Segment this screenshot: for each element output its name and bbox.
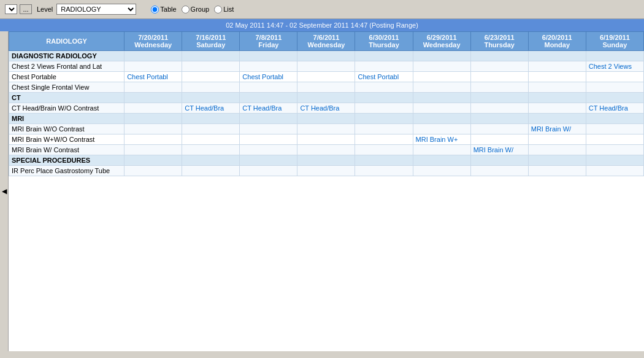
cell-8-7 [528, 134, 586, 145]
cell-10-7 [528, 155, 586, 166]
radiology-table: RADIOLOGY 7/20/2011Wednesday 7/16/2011Sa… [9, 31, 644, 176]
cell-8-3 [297, 134, 355, 145]
table-header-row: RADIOLOGY 7/20/2011Wednesday 7/16/2011Sa… [9, 32, 644, 51]
level-select[interactable]: RADIOLOGY [56, 4, 136, 15]
cell-10-1 [182, 155, 240, 166]
date-range-bar: 02 May 2011 14:47 - 02 September 2011 14… [0, 19, 644, 31]
col-header-1: 7/16/2011Saturday [182, 32, 240, 51]
cell-1-6 [470, 61, 528, 72]
cell-5-7 [528, 103, 586, 114]
radio-list-label: List [223, 6, 234, 13]
radio-table[interactable]: Table [151, 6, 176, 14]
cell-4-5 [413, 93, 470, 103]
cell-3-1 [182, 82, 240, 93]
cell-9-5 [413, 145, 470, 155]
cell-10-0 [125, 155, 182, 166]
table-row: MRI Brain W/ ContrastMRI Brain W/ [9, 145, 644, 155]
cell-11-1 [182, 166, 240, 176]
table-row: MRI Brain W/O ContrastMRI Brain W/ [9, 124, 644, 134]
row-label-6: MRI [9, 114, 125, 124]
col-header-0: 7/20/2011Wednesday [125, 32, 182, 51]
left-nav-arrow[interactable]: ◀ [0, 31, 9, 351]
col-header-3: 7/6/2011Wednesday [297, 32, 355, 51]
cell-7-0 [125, 124, 182, 134]
radio-table-label: Table [160, 6, 176, 13]
cell-8-5[interactable]: MRI Brain W+ [413, 134, 470, 145]
cell-1-3 [297, 61, 355, 72]
cell-3-0 [125, 82, 182, 93]
cell-6-6 [470, 114, 528, 124]
cell-4-4 [355, 93, 413, 103]
cell-5-1[interactable]: CT Head/Bra [182, 103, 240, 114]
cell-1-1 [182, 61, 240, 72]
cell-0-1 [182, 51, 240, 61]
cell-9-6[interactable]: MRI Brain W/ [470, 145, 528, 155]
cell-4-0 [125, 93, 182, 103]
cell-7-4 [355, 124, 413, 134]
cell-5-2[interactable]: CT Head/Bra [240, 103, 297, 114]
cell-7-8 [586, 124, 643, 134]
cell-9-3 [297, 145, 355, 155]
cell-0-6 [470, 51, 528, 61]
cell-1-4 [355, 61, 413, 72]
cell-0-0 [125, 51, 182, 61]
cell-6-7 [528, 114, 586, 124]
cell-10-4 [355, 155, 413, 166]
cell-2-0[interactable]: Chest Portabl [125, 72, 182, 82]
row-label-3: Chest Single Frontal View [9, 82, 125, 93]
radio-group-label: Group [191, 6, 210, 13]
cell-6-4 [355, 114, 413, 124]
table-row: IR Perc Place Gastrostomy Tube [9, 166, 644, 176]
col-header-8: 6/19/2011Sunday [586, 32, 643, 51]
cell-10-6 [470, 155, 528, 166]
cell-9-2 [240, 145, 297, 155]
radio-list[interactable]: List [214, 6, 234, 14]
table-wrapper[interactable]: RADIOLOGY 7/20/2011Wednesday 7/16/2011Sa… [9, 31, 644, 351]
cell-0-5 [413, 51, 470, 61]
cell-6-3 [297, 114, 355, 124]
col-header-2: 7/8/2011Friday [240, 32, 297, 51]
cell-5-6 [470, 103, 528, 114]
cell-8-1 [182, 134, 240, 145]
cell-4-7 [528, 93, 586, 103]
cell-7-1 [182, 124, 240, 134]
row-label-7: MRI Brain W/O Contrast [9, 124, 125, 134]
cell-8-8 [586, 134, 643, 145]
cell-7-2 [240, 124, 297, 134]
cell-11-4 [355, 166, 413, 176]
cell-9-7 [528, 145, 586, 155]
cell-1-0 [125, 61, 182, 72]
cell-1-8[interactable]: Chest 2 Views [586, 61, 643, 72]
cell-1-7 [528, 61, 586, 72]
row-label-10: SPECIAL PROCEDURES [9, 155, 125, 166]
cell-5-8[interactable]: CT Head/Bra [586, 103, 643, 114]
cell-6-1 [182, 114, 240, 124]
cell-5-3[interactable]: CT Head/Bra [297, 103, 355, 114]
dropdown-arrow[interactable]: ▼ [5, 4, 17, 14]
col-header-4: 6/30/2011Thursday [355, 32, 413, 51]
cell-9-4 [355, 145, 413, 155]
row-label-4: CT [9, 93, 125, 103]
cell-7-6 [470, 124, 528, 134]
row-label-2: Chest Portable [9, 72, 125, 82]
table-row: Chest PortableChest PortablChest Portabl… [9, 72, 644, 82]
cell-8-6 [470, 134, 528, 145]
cell-4-6 [470, 93, 528, 103]
cell-11-0 [125, 166, 182, 176]
view-radio-group: Table Group List [151, 6, 234, 14]
col-header-radiology: RADIOLOGY [9, 32, 125, 51]
row-label-8: MRI Brain W+W/O Contrast [9, 134, 125, 145]
cell-0-3 [297, 51, 355, 61]
cell-10-5 [413, 155, 470, 166]
cell-11-8 [586, 166, 643, 176]
cell-2-4[interactable]: Chest Portabl [355, 72, 413, 82]
cell-2-2[interactable]: Chest Portabl [240, 72, 297, 82]
radio-group[interactable]: Group [182, 6, 210, 14]
dots-button[interactable]: ... [20, 4, 32, 14]
cell-6-0 [125, 114, 182, 124]
date-range-text: 02 May 2011 14:47 - 02 September 2011 14… [226, 21, 418, 29]
cell-5-0 [125, 103, 182, 114]
row-label-1: Chest 2 Views Frontal and Lat [9, 61, 125, 72]
cell-7-7[interactable]: MRI Brain W/ [528, 124, 586, 134]
cell-0-2 [240, 51, 297, 61]
